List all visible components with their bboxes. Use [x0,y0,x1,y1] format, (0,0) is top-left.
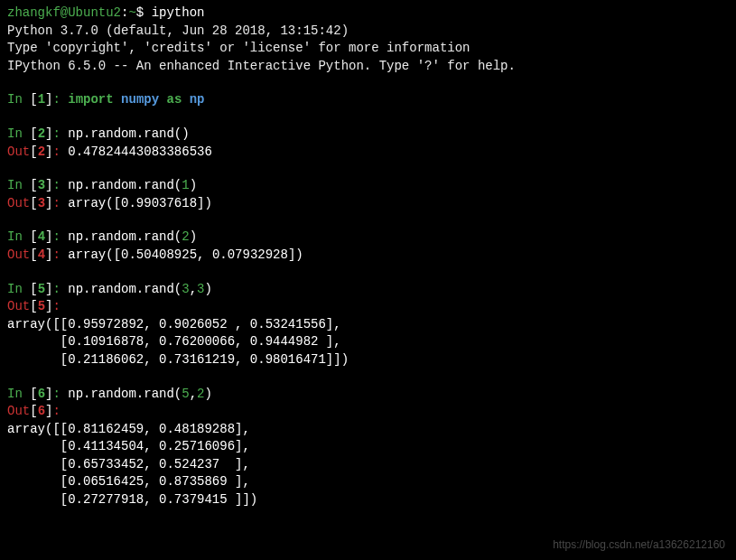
blank [7,75,729,91]
in-6: In [6]: np.random.rand(5,2) [7,386,729,404]
out-6-l2: [0.41134504, 0.25716096], [7,438,729,456]
in-1: In [1]: import numpy as np [7,91,729,109]
shell-user: zhangkf@Ubuntu2 [7,5,121,20]
out-6-l4: [0.06516425, 0.8735869 ], [7,473,729,491]
out-6-l3: [0.65733452, 0.524237 ], [7,456,729,474]
python-header-1: Python 3.7.0 (default, Jun 28 2018, 13:1… [7,23,729,41]
out-5-label: Out[5]: [7,298,729,316]
out-5-l3: [0.21186062, 0.73161219, 0.98016471]]) [7,351,729,369]
out-5-l2: [0.10916878, 0.76200066, 0.9444982 ], [7,333,729,351]
in-2: In [2]: np.random.rand() [7,126,729,144]
blank [7,109,729,126]
blank [7,265,729,281]
out-2: Out[2]: 0.47824443083386536 [7,144,729,162]
python-header-2: Type 'copyright', 'credits' or 'license'… [7,40,729,58]
shell-command: ipython [152,5,205,20]
shell-prompt-line: zhangkf@Ubuntu2:~$ ipython [7,5,729,23]
in-5: In [5]: np.random.rand(3,3) [7,281,729,299]
out-6-l1: array([[0.81162459, 0.48189288], [7,421,729,439]
out-6-label: Out[6]: [7,403,729,421]
out-4: Out[4]: array([0.50408925, 0.07932928]) [7,247,729,265]
out-5-l1: array([[0.95972892, 0.9026052 , 0.532415… [7,316,729,334]
blank [7,161,729,177]
out-6-l5: [0.27277918, 0.7379415 ]]) [7,491,729,509]
blank [7,212,729,229]
out-3: Out[3]: array([0.99037618]) [7,195,729,213]
in-4: In [4]: np.random.rand(2) [7,229,729,247]
terminal-output[interactable]: zhangkf@Ubuntu2:~$ ipython Python 3.7.0 … [7,5,729,509]
watermark: https://blog.csdn.net/a13626212160 [553,537,725,553]
in-3: In [3]: np.random.rand(1) [7,177,729,195]
blank [7,369,729,386]
python-header-3: IPython 6.5.0 -- An enhanced Interactive… [7,58,729,76]
